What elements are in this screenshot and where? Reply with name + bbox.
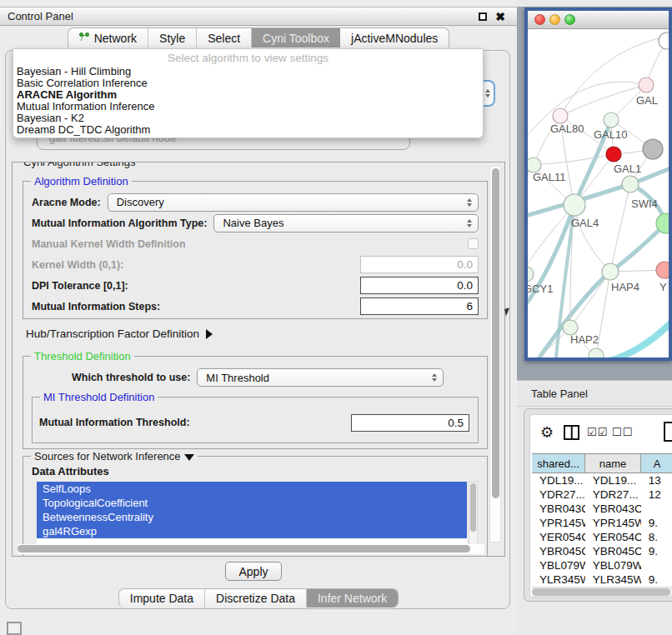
node-label: GAL80: [550, 122, 584, 135]
table-row[interactable]: YBR045CYBR045C9.: [532, 544, 672, 558]
sources-title-text: Sources for Network Inference: [34, 450, 181, 462]
algorithm-option[interactable]: Basic Correlation Inference: [13, 78, 483, 89]
manual-kernel-checkbox[interactable]: [468, 238, 479, 249]
tab-discretize-data[interactable]: Discretize Data: [205, 589, 307, 608]
zoom-button[interactable]: [564, 14, 575, 25]
node-partial-top[interactable]: [659, 32, 669, 49]
node-SWI4[interactable]: [622, 176, 639, 192]
node-GAL4[interactable]: [564, 194, 585, 216]
select-all-checks-icon[interactable]: ☑☑: [587, 426, 608, 438]
node-label: HAP2: [570, 333, 599, 346]
algorithm-dropdown-list: Bayesian - Hill ClimbingBasic Correlatio…: [13, 66, 483, 136]
close-icon[interactable]: ✖: [495, 10, 505, 23]
tab-network[interactable]: Network: [68, 28, 148, 48]
column-layout-icon[interactable]: [564, 425, 579, 440]
mi-steps-input[interactable]: [360, 298, 479, 315]
attribute-list-item[interactable]: SelfLoops: [37, 482, 467, 496]
which-threshold-combo[interactable]: MI Threshold: [197, 368, 444, 387]
attribute-list-item[interactable]: TopologicalCoefficient: [37, 496, 467, 510]
attribute-list-item[interactable]: gal4RGexp: [37, 524, 467, 538]
column-header[interactable]: shared...: [532, 454, 585, 472]
algorithm-option[interactable]: ARACNE Algorithm: [13, 89, 483, 101]
apply-button[interactable]: Apply: [225, 562, 282, 581]
node-salmon[interactable]: [656, 262, 669, 278]
hub-factor-definition-toggle[interactable]: Hub/Transcription Factor Definition: [26, 328, 213, 340]
tab-infer-network[interactable]: Infer Network: [307, 589, 398, 608]
settings-vertical-scrollbar[interactable]: [489, 166, 501, 542]
dpi-tolerance-input[interactable]: [360, 277, 479, 294]
tab-style[interactable]: Style: [148, 28, 197, 48]
settings-horizontal-scrollbar[interactable]: [18, 544, 484, 554]
table-cell: [641, 558, 672, 572]
tab-label: Discretize Data: [216, 592, 295, 605]
tab-label: Cyni Toolbox: [263, 32, 329, 45]
node-pink-upper[interactable]: [639, 78, 654, 92]
table-cell: YBL079W: [585, 558, 641, 572]
tab-select[interactable]: Select: [197, 28, 252, 48]
column-header[interactable]: A: [641, 454, 672, 472]
minimized-panel-icon[interactable]: [7, 622, 22, 635]
table-row[interactable]: YPR145WYPR145W9.: [532, 516, 672, 530]
control-panel: Control Panel ✖ Network Style Select Cyn…: [0, 0, 517, 635]
algorithm-option[interactable]: Dream8 DC_TDC Algorithm: [13, 124, 483, 136]
table-row[interactable]: YLR345WYLR345W9.: [532, 572, 672, 587]
mi-algorithm-type-combo[interactable]: Naive Bayes: [213, 214, 479, 232]
column-header[interactable]: name: [585, 454, 641, 472]
node-gray[interactable]: [643, 139, 663, 159]
table-cell: YDR27...: [585, 488, 641, 502]
algorithm-option[interactable]: Bayesian - Hill Climbing: [13, 66, 483, 78]
table-cell: YBR043C: [532, 502, 585, 516]
threshold-definition-title: Threshold Definition: [31, 350, 134, 362]
tab-label: jActiveMNodules: [351, 32, 438, 45]
tab-impute-data[interactable]: Impute Data: [119, 589, 205, 608]
table-row[interactable]: YDL19...YDL19...13: [532, 473, 672, 488]
node-label: GAL1: [614, 162, 641, 175]
sources-group-title[interactable]: Sources for Network Inference: [31, 450, 198, 462]
table-horizontal-scrollbar[interactable]: [532, 587, 672, 597]
attribute-list-item[interactable]: BetweennessCentrality: [37, 510, 467, 524]
aracne-mode-combo[interactable]: Discovery: [108, 193, 479, 212]
table-cell: 8.: [641, 530, 672, 544]
table-cell: YER054C: [585, 530, 641, 544]
node-GCY1[interactable]: [528, 267, 534, 282]
network-canvas[interactable]: GALGAL80GAL10GAL1GAL11SWI4GAL4GCY1HAP4YH…: [528, 29, 669, 358]
table-row[interactable]: YBR043CYBR043C: [532, 502, 672, 516]
algorithm-option[interactable]: Mutual Information Inference: [13, 101, 483, 112]
new-table-icon[interactable]: [664, 422, 672, 442]
node-bottom-partial[interactable]: [589, 348, 604, 358]
threshold-definition-group: Threshold Definition Which threshold to …: [23, 356, 488, 449]
tab-cyni-toolbox[interactable]: Cyni Toolbox: [252, 28, 340, 48]
control-panel-title: Control Panel: [8, 10, 73, 22]
mi-steps-label: Mutual Information Steps:: [32, 301, 160, 312]
tab-label: Select: [208, 32, 240, 45]
table-body: YDL19...YDL19...13YDR27...YDR27...12YBR0…: [532, 473, 672, 598]
minimize-button[interactable]: [549, 14, 560, 25]
node-GAL10[interactable]: [604, 112, 619, 128]
table-row[interactable]: YBL079WYBL079W: [532, 558, 672, 572]
mi-threshold-input[interactable]: [351, 414, 469, 432]
algorithm-dropdown-placeholder: Select algorithm to view settings: [13, 49, 483, 66]
node-HAP4[interactable]: [602, 263, 619, 280]
table-cell: [641, 502, 672, 516]
hub-factor-definition-label: Hub/Transcription Factor Definition: [26, 328, 199, 340]
table-row[interactable]: YDR27...YDR27...12: [532, 488, 672, 502]
deselect-checks-icon[interactable]: ☐☐: [612, 426, 633, 438]
table-header-row: shared...nameA: [532, 453, 672, 473]
node-label: GCY1: [528, 282, 553, 295]
tab-jactivemnodules[interactable]: jActiveMNodules: [340, 28, 449, 48]
table-row[interactable]: YER054CYER054C8.: [532, 530, 672, 544]
node-label: Y: [659, 281, 667, 293]
settings-gear-icon[interactable]: ⚙: [540, 423, 554, 442]
close-button[interactable]: [534, 14, 545, 25]
app-root: Control Panel ✖ Network Style Select Cyn…: [0, 0, 672, 635]
float-window-icon[interactable]: [479, 12, 487, 21]
node-GAL80[interactable]: [553, 108, 568, 123]
attributes-scrollbar[interactable]: [469, 482, 478, 552]
node-GAL1-red[interactable]: [606, 147, 621, 162]
data-attributes-label: Data Attributes: [32, 465, 109, 478]
which-threshold-label: Which threshold to use:: [72, 372, 190, 383]
node-label: GAL: [636, 94, 658, 107]
network-window-titlebar: [528, 11, 669, 29]
kernel-width-input[interactable]: [360, 256, 479, 273]
algorithm-option[interactable]: Bayesian - K2: [13, 112, 483, 124]
